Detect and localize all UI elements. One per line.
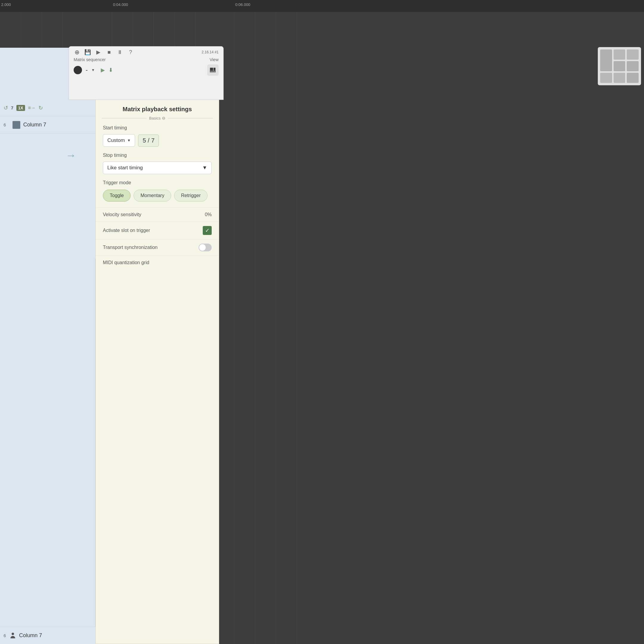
fraction-numerator: 5: [143, 137, 146, 144]
divider-line-right: [168, 118, 213, 118]
dropdown-arrow-small[interactable]: ▼: [91, 68, 95, 72]
transport-sync-toggle[interactable]: [199, 244, 212, 251]
record-button[interactable]: [74, 66, 82, 74]
settings-title: Matrix playback settings: [96, 100, 219, 116]
stop-timing-section: Stop timing Like start timing ▼: [96, 153, 219, 180]
basics-label: Basics ⊖: [149, 116, 165, 120]
sequencer-area: [0, 134, 95, 259]
svg-rect-7: [214, 68, 215, 71]
start-timing-dropdown[interactable]: Custom ▼: [103, 134, 135, 147]
start-timing-section: Start timing Custom ▼ 5 / 7: [96, 125, 219, 153]
start-timing-label: Start timing: [103, 125, 212, 131]
midi-quant-row: MIDI quantization grid: [96, 256, 219, 270]
column-num: 6: [4, 123, 10, 127]
redo-button[interactable]: ↻: [38, 105, 43, 111]
basics-divider: Basics ⊖: [96, 116, 219, 125]
plugin-controls-row: - ▼ ▶ ⬇: [69, 63, 223, 78]
grid-line: [255, 12, 255, 322]
divider-line-left: [102, 118, 147, 118]
start-timing-row: Custom ▼ 5 / 7: [103, 134, 212, 147]
play-icon[interactable]: ▶: [95, 49, 102, 55]
trigger-buttons-group: Toggle Momentary Retrigger: [103, 190, 212, 202]
fraction-slash: /: [148, 137, 150, 144]
dropdown-arrow: ▼: [127, 138, 131, 143]
transport-bar: ↺ 7 1X ≡→ ↻: [0, 100, 95, 116]
sort-icon[interactable]: ≡→: [28, 105, 35, 111]
basics-minus-icon[interactable]: ⊖: [162, 116, 165, 120]
retrigger-button[interactable]: Retrigger: [174, 190, 208, 202]
fraction-box[interactable]: 5 / 7: [138, 134, 159, 147]
check-icon: ✓: [205, 227, 210, 234]
stop-timing-dropdown[interactable]: Like start timing ▼: [103, 162, 212, 174]
transport-sync-label: Transport synchronization: [103, 245, 158, 250]
column-row-top: 6 Column 7: [0, 116, 95, 134]
toggle-button[interactable]: Toggle: [103, 190, 131, 202]
transport-number: 7: [11, 106, 13, 110]
download-icon[interactable]: ⬇: [109, 67, 113, 73]
plugin-header-top: ⊕ 💾 ▶ ■ ⏸ ? 2.16.14 #1: [69, 47, 223, 57]
column-square: [13, 121, 20, 129]
plugin-title: Matrix sequencer: [74, 57, 106, 62]
velocity-value: 0%: [205, 212, 212, 217]
activate-slot-checkbox[interactable]: ✓: [203, 226, 212, 235]
pause-icon[interactable]: ⏸: [117, 49, 123, 55]
save-icon[interactable]: 💾: [84, 49, 91, 55]
sequence-arrow: →: [66, 149, 76, 162]
stop-dropdown-arrow: ▼: [202, 165, 207, 171]
timeline-ruler: 2.000 0:04.000 0:06.000: [0, 0, 322, 12]
activate-slot-label: Activate slot on trigger: [103, 228, 150, 233]
ruler-mark-1: 2.000: [0, 0, 11, 7]
view-label: View: [210, 57, 219, 62]
stop-timing-label: Stop timing: [103, 153, 212, 158]
plugin-header: ⊕ 💾 ▶ ■ ⏸ ? 2.16.14 #1 Matrix sequencer …: [69, 46, 224, 100]
play-small-icon[interactable]: ▶: [101, 67, 105, 73]
grid-line: [234, 12, 234, 322]
undo-button[interactable]: ↺: [4, 105, 8, 111]
version-label: 2.16.14 #1: [202, 50, 219, 54]
dash-label: -: [86, 66, 88, 74]
svg-rect-5: [210, 68, 211, 71]
velocity-label: Velocity sensitivity: [103, 212, 141, 217]
midi-quant-label: MIDI quantization grid: [103, 260, 149, 265]
settings-panel: Matrix playback settings Basics ⊖ Start …: [95, 100, 219, 322]
trigger-mode-label: Trigger mode: [103, 180, 212, 185]
column-name: Column 7: [23, 122, 46, 128]
transport-sync-row: Transport synchronization: [96, 239, 219, 256]
trigger-mode-section: Trigger mode Toggle Momentary Retrigger: [96, 180, 219, 208]
svg-rect-6: [212, 68, 213, 71]
help-icon[interactable]: ?: [127, 49, 134, 55]
stop-icon[interactable]: ■: [106, 49, 112, 55]
multiplier-label[interactable]: 1X: [16, 105, 25, 111]
piano-view-button[interactable]: [207, 64, 219, 76]
velocity-sensitivity-row: Velocity sensitivity 0%: [96, 208, 219, 222]
activate-slot-row: Activate slot on trigger ✓: [96, 222, 219, 239]
momentary-button[interactable]: Momentary: [134, 190, 171, 202]
ruler-mark-2: 0:04.000: [112, 0, 128, 7]
info-icon[interactable]: ⊕: [74, 49, 80, 55]
grid-line: [297, 12, 297, 322]
fraction-denominator: 7: [151, 137, 154, 144]
grid-line: [276, 12, 276, 322]
ruler-mark-3: 0:06.000: [234, 0, 250, 7]
